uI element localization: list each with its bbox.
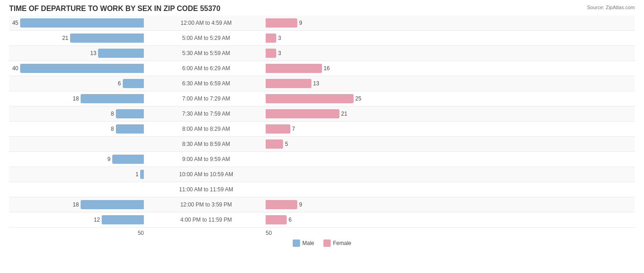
left-section bbox=[9, 185, 147, 194]
male-value: 40 bbox=[9, 65, 18, 72]
legend-male: Male bbox=[293, 240, 314, 247]
male-value: 6 bbox=[112, 80, 121, 87]
female-value: 21 bbox=[341, 111, 350, 117]
female-legend-box bbox=[323, 240, 331, 247]
left-section: 6 bbox=[9, 79, 147, 88]
male-bar bbox=[102, 215, 144, 224]
time-label: 11:00 AM to 11:59 AM bbox=[147, 186, 266, 193]
female-bar-wrap bbox=[266, 155, 635, 164]
female-bar-wrap: 3 bbox=[266, 33, 635, 43]
time-label: 7:00 AM to 7:29 AM bbox=[147, 95, 266, 102]
male-bar bbox=[20, 18, 144, 28]
male-value: 45 bbox=[9, 20, 18, 26]
male-bar bbox=[112, 155, 144, 164]
female-bar bbox=[266, 18, 297, 28]
female-bar-wrap: 9 bbox=[266, 18, 635, 28]
left-section: 9 bbox=[9, 155, 147, 164]
time-label: 7:30 AM to 7:59 AM bbox=[147, 111, 266, 117]
female-bar-wrap: 21 bbox=[266, 109, 635, 118]
female-bar-wrap: 13 bbox=[266, 79, 635, 88]
female-bar-wrap: 5 bbox=[266, 139, 635, 149]
female-bar bbox=[266, 33, 276, 43]
left-section: 1 bbox=[9, 170, 147, 179]
female-value: 3 bbox=[278, 35, 287, 41]
chart-row: 6 6:30 AM to 6:59 AM 13 bbox=[9, 76, 635, 91]
axis-right: 50 bbox=[266, 230, 635, 236]
male-legend-label: Male bbox=[302, 240, 314, 246]
left-section: 8 bbox=[9, 109, 147, 118]
chart-row: 18 12:00 PM to 3:59 PM 9 bbox=[9, 197, 635, 212]
legend: Male Female bbox=[9, 240, 635, 247]
female-bar bbox=[266, 79, 311, 88]
time-label: 5:00 AM to 5:29 AM bbox=[147, 35, 266, 41]
male-value: 8 bbox=[105, 126, 114, 132]
time-label: 6:00 AM to 6:29 AM bbox=[147, 65, 266, 72]
chart-row: 13 5:30 AM to 5:59 AM 3 bbox=[9, 46, 635, 61]
female-value: 7 bbox=[292, 126, 301, 132]
female-bar bbox=[266, 94, 354, 103]
female-bar-wrap bbox=[266, 170, 635, 179]
left-section: 40 bbox=[9, 64, 147, 73]
left-section: 8 bbox=[9, 124, 147, 134]
male-legend-box bbox=[293, 240, 300, 247]
female-value: 5 bbox=[285, 141, 294, 147]
female-value: 9 bbox=[299, 20, 308, 26]
time-label: 12:00 AM to 4:59 AM bbox=[147, 20, 266, 26]
left-section: 45 bbox=[9, 18, 147, 28]
female-bar-wrap: 6 bbox=[266, 215, 635, 224]
axis-right-value: 50 bbox=[266, 230, 272, 236]
left-section bbox=[9, 139, 147, 149]
left-section: 18 bbox=[9, 94, 147, 103]
left-section: 18 bbox=[9, 200, 147, 209]
left-section: 21 bbox=[9, 33, 147, 43]
male-bar bbox=[20, 64, 144, 73]
time-label: 8:00 AM to 8:29 AM bbox=[147, 126, 266, 132]
left-section: 12 bbox=[9, 215, 147, 224]
chart-row: 8 7:30 AM to 7:59 AM 21 bbox=[9, 106, 635, 122]
time-label: 12:00 PM to 3:59 PM bbox=[147, 201, 266, 208]
time-label: 10:00 AM to 10:59 AM bbox=[147, 171, 266, 178]
legend-female: Female bbox=[323, 240, 351, 247]
male-value: 18 bbox=[70, 201, 79, 208]
chart-row: 11:00 AM to 11:59 AM bbox=[9, 182, 635, 197]
chart-container: TIME OF DEPARTURE TO WORK BY SEX IN ZIP … bbox=[0, 0, 644, 273]
female-bar bbox=[266, 200, 297, 209]
chart-title: TIME OF DEPARTURE TO WORK BY SEX IN ZIP … bbox=[9, 5, 635, 13]
chart-row: 21 5:00 AM to 5:29 AM 3 bbox=[9, 31, 635, 46]
axis-left: 50 bbox=[9, 230, 147, 236]
male-value: 21 bbox=[59, 35, 68, 41]
male-value: 8 bbox=[105, 111, 114, 117]
female-value: 25 bbox=[355, 95, 365, 102]
time-label: 8:30 AM to 8:59 AM bbox=[147, 141, 266, 147]
female-bar bbox=[266, 109, 339, 118]
male-bar bbox=[116, 124, 144, 134]
female-bar-wrap: 9 bbox=[266, 200, 635, 209]
female-value: 9 bbox=[299, 201, 308, 208]
female-bar bbox=[266, 139, 283, 149]
male-bar bbox=[70, 33, 144, 43]
female-bar bbox=[266, 64, 322, 73]
female-value: 13 bbox=[313, 80, 322, 87]
female-bar bbox=[266, 124, 290, 134]
male-value: 1 bbox=[129, 171, 138, 178]
male-value: 12 bbox=[91, 217, 100, 223]
chart-row: 9 9:00 AM to 9:59 AM bbox=[9, 152, 635, 167]
male-bar bbox=[116, 109, 144, 118]
female-bar bbox=[266, 215, 287, 224]
male-bar bbox=[81, 200, 144, 209]
chart-row: 8 8:00 AM to 8:29 AM 7 bbox=[9, 122, 635, 137]
male-value: 18 bbox=[70, 95, 79, 102]
chart-row: 45 12:00 AM to 4:59 AM 9 bbox=[9, 16, 635, 31]
male-bar bbox=[123, 79, 144, 88]
axis-left-value: 50 bbox=[138, 230, 144, 236]
female-bar-wrap bbox=[266, 185, 635, 194]
female-value: 3 bbox=[278, 50, 287, 56]
male-bar bbox=[98, 49, 144, 58]
female-bar bbox=[266, 49, 276, 58]
male-bar bbox=[140, 170, 144, 179]
axis-row: 50 50 bbox=[9, 228, 635, 238]
female-bar-wrap: 16 bbox=[266, 64, 635, 73]
male-bar bbox=[81, 94, 144, 103]
female-bar-wrap: 7 bbox=[266, 124, 635, 134]
chart-row: 1 10:00 AM to 10:59 AM bbox=[9, 167, 635, 182]
